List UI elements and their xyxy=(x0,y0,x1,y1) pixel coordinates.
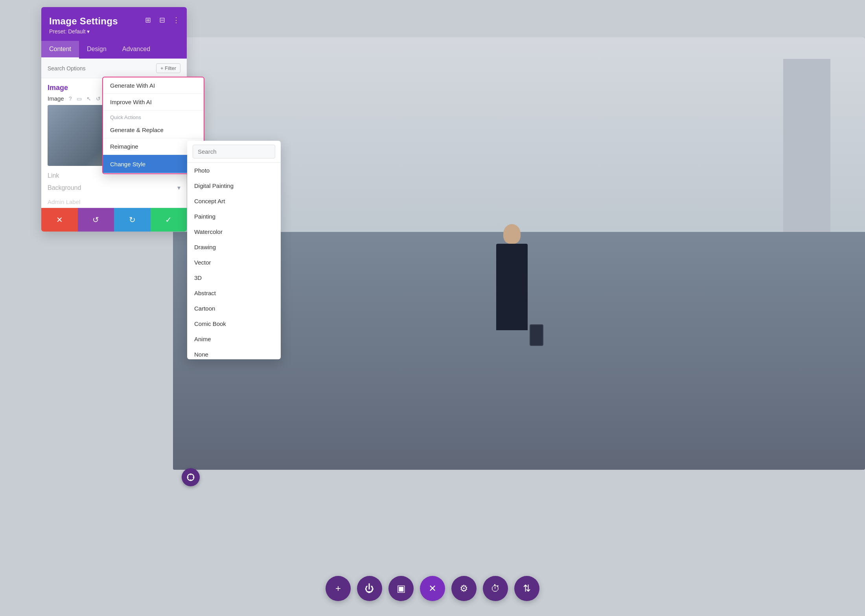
power-float-button[interactable]: ⏻ xyxy=(357,576,382,601)
search-input[interactable] xyxy=(48,65,153,72)
panel-header-icons: ⊞ ⊟ ⋮ xyxy=(143,15,181,25)
bottom-float-toolbar: + ⏻ ▣ ✕ ⚙ ⏱ ⇅ xyxy=(326,576,539,601)
compass-icon xyxy=(186,473,195,482)
panel-header: Image Settings Preset: Default ▾ ⊞ ⊟ ⋮ xyxy=(41,7,187,41)
background-section: Background ▾ xyxy=(41,179,187,196)
style-concept-art[interactable]: Concept Art xyxy=(187,193,281,209)
style-none[interactable]: None xyxy=(187,347,281,359)
style-search-input[interactable] xyxy=(193,145,275,158)
cancel-button[interactable]: ✕ xyxy=(41,208,78,232)
style-search-area xyxy=(187,141,281,163)
close-float-button[interactable]: ✕ xyxy=(420,576,445,601)
undo-button[interactable]: ↺ xyxy=(78,208,114,232)
reset-icon[interactable]: ↺ xyxy=(96,96,101,102)
stop-float-button[interactable]: ▣ xyxy=(388,576,414,601)
filter-button[interactable]: + Filter xyxy=(156,63,180,73)
help-icon[interactable]: ? xyxy=(69,96,72,102)
adjust-float-button[interactable]: ⇅ xyxy=(514,576,539,601)
history-float-button[interactable]: ⏱ xyxy=(483,576,508,601)
add-float-button[interactable]: + xyxy=(326,576,351,601)
generate-replace-item[interactable]: Generate & Replace xyxy=(103,122,204,138)
generate-with-ai-item[interactable]: Generate With AI xyxy=(103,77,204,94)
panel-tabs: Content Design Advanced xyxy=(41,41,187,59)
style-dropdown: Photo Digital Painting Concept Art Paint… xyxy=(187,141,281,359)
mobile-icon[interactable]: ▭ xyxy=(77,96,82,102)
section-title: Image xyxy=(48,84,68,92)
background-label: Background xyxy=(48,184,81,191)
image-label: Image xyxy=(48,95,64,102)
style-anime[interactable]: Anime xyxy=(187,331,281,347)
tab-content[interactable]: Content xyxy=(41,41,79,59)
style-list: Photo Digital Painting Concept Art Paint… xyxy=(187,163,281,359)
admin-label: Admin Label xyxy=(48,199,180,205)
bottom-toolbar: ✕ ↺ ↻ ✓ xyxy=(41,208,187,232)
style-cartoon[interactable]: Cartoon xyxy=(187,301,281,316)
style-3d[interactable]: 3D xyxy=(187,270,281,285)
style-vector[interactable]: Vector xyxy=(187,255,281,270)
style-comic-book[interactable]: Comic Book xyxy=(187,316,281,331)
style-photo[interactable]: Photo xyxy=(187,163,281,178)
tab-advanced[interactable]: Advanced xyxy=(114,41,158,59)
maximize-icon[interactable]: ⊞ xyxy=(143,15,153,25)
grid-icon[interactable]: ⊟ xyxy=(157,15,167,25)
settings-float-button[interactable]: ⚙ xyxy=(451,576,477,601)
tab-design[interactable]: Design xyxy=(79,41,114,59)
nav-float-button[interactable] xyxy=(182,468,200,486)
style-digital-painting[interactable]: Digital Painting xyxy=(187,178,281,193)
improve-with-ai-item[interactable]: Improve With AI xyxy=(103,94,204,110)
style-watercolor[interactable]: Watercolor xyxy=(187,224,281,239)
redo-button[interactable]: ↻ xyxy=(114,208,151,232)
admin-label-section: Admin Label xyxy=(41,196,187,208)
quick-actions-label: Quick Actions xyxy=(103,110,204,122)
background-chevron[interactable]: ▾ xyxy=(177,184,180,191)
style-painting[interactable]: Painting xyxy=(187,209,281,224)
panel-preset[interactable]: Preset: Default ▾ xyxy=(49,28,179,35)
style-abstract[interactable]: Abstract xyxy=(187,285,281,301)
more-icon[interactable]: ⋮ xyxy=(171,15,181,25)
confirm-button[interactable]: ✓ xyxy=(151,208,187,232)
style-drawing[interactable]: Drawing xyxy=(187,239,281,255)
cursor-icon[interactable]: ↖ xyxy=(86,96,91,102)
